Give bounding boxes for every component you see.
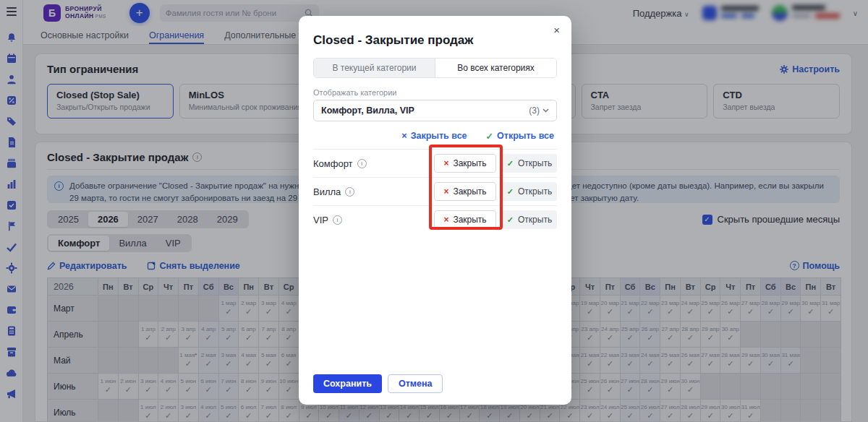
save-button[interactable]: Сохранить	[313, 374, 382, 393]
info-icon: i	[357, 159, 367, 168]
modal-title: Closed - Закрытие продаж	[313, 33, 557, 48]
x-icon: ×	[443, 158, 448, 168]
modal-scope-tabs: В текущей категорииВо всех категориях	[313, 58, 557, 78]
category-label: Виллаi	[313, 186, 354, 197]
check-icon: ✓	[507, 215, 514, 225]
category-row-вилла: Виллаi×Закрыть✓Открыть	[313, 177, 557, 205]
x-icon: ×	[443, 215, 448, 225]
category-action-rows: Комфортi×Закрыть✓ОткрытьВиллаi×Закрыть✓О…	[313, 149, 557, 233]
modal-tab-2[interactable]: Во всех категориях	[435, 59, 556, 77]
close-all-link[interactable]: ×Закрыть все	[401, 130, 467, 142]
close-sales-button-vip[interactable]: ×Закрыть	[434, 210, 496, 229]
info-icon: i	[345, 187, 354, 197]
display-categories-label: Отображать категории	[313, 88, 557, 97]
categories-select-value: Комфорт, Вилла, VIP	[321, 106, 414, 116]
check-icon: ✓	[507, 187, 514, 197]
cancel-button[interactable]: Отмена	[388, 374, 443, 393]
close-sales-button-вилла[interactable]: ×Закрыть	[434, 182, 496, 201]
close-icon[interactable]: ×	[553, 25, 560, 35]
category-row-vip: VIPi×Закрыть✓Открыть	[313, 205, 557, 233]
check-icon: ✓	[507, 159, 514, 168]
closed-sales-modal: × Closed - Закрытие продаж В текущей кат…	[299, 16, 571, 405]
x-icon: ×	[401, 131, 407, 141]
chevron-down-icon	[542, 108, 549, 113]
category-label: VIPi	[313, 215, 342, 225]
open-sales-button-вилла[interactable]: ✓Открыть	[502, 182, 557, 201]
open-sales-button-комфорт[interactable]: ✓Открыть	[502, 154, 557, 173]
category-label: Комфортi	[313, 158, 367, 169]
close-sales-button-комфорт[interactable]: ×Закрыть	[434, 154, 496, 173]
open-all-link[interactable]: ✓Открыть все	[486, 130, 554, 142]
open-sales-button-vip[interactable]: ✓Открыть	[502, 210, 557, 229]
modal-tab-1[interactable]: В текущей категории	[314, 59, 435, 77]
x-icon: ×	[443, 186, 448, 197]
check-icon: ✓	[486, 131, 493, 142]
categories-select[interactable]: Комфорт, Вилла, VIP (3)	[313, 100, 557, 121]
info-icon: i	[333, 215, 342, 225]
category-row-комфорт: Комфортi×Закрыть✓Открыть	[313, 149, 557, 177]
